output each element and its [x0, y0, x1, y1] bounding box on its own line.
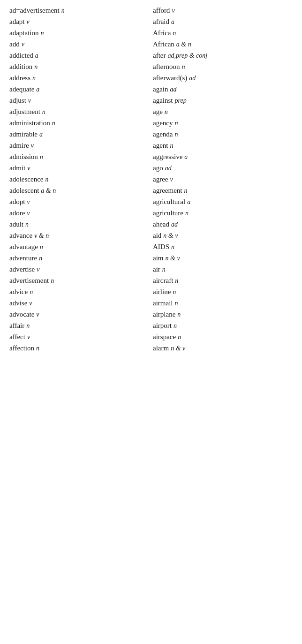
entry-pos: v — [22, 41, 24, 48]
entry-pos: n — [181, 63, 185, 70]
list-item: admitv — [8, 162, 151, 174]
entry-word: afford — [153, 7, 170, 14]
entry-word: adaptation — [9, 29, 38, 37]
entry-pos: v — [170, 176, 173, 183]
list-item: airspacen — [151, 331, 294, 342]
entry-pos: n — [177, 311, 181, 318]
entry-word: afternoon — [153, 63, 180, 70]
entry-word: agriculture — [153, 209, 183, 217]
list-item: ad=advertisementn — [8, 5, 151, 16]
list-item: advocatev — [8, 309, 151, 320]
entry-pos: ad — [165, 165, 172, 172]
list-item: adoptv — [8, 196, 151, 207]
entry-pos: v — [27, 198, 30, 205]
list-item: agoad — [151, 162, 294, 174]
entry-pos: n — [42, 108, 45, 115]
list-item: AIDSn — [151, 241, 294, 252]
entry-word: ad=advertisement — [9, 7, 60, 14]
left-column: ad=advertisementnadaptvadaptationnaddvad… — [8, 5, 151, 354]
list-item: advantagen — [8, 241, 151, 252]
list-item: againad — [151, 83, 294, 95]
entry-pos: v — [31, 142, 34, 149]
entry-word: ago — [153, 164, 163, 172]
entry-pos: n — [39, 255, 42, 262]
entry-word: airport — [153, 322, 172, 329]
entry-word: admission — [9, 153, 38, 160]
list-item: advicen — [8, 286, 151, 297]
entry-pos: n & v — [166, 255, 180, 262]
entry-word: agreement — [153, 187, 182, 194]
entry-pos: n — [40, 243, 43, 250]
entry-word: agricultural — [153, 198, 185, 205]
list-item: afterward(s)ad — [151, 72, 294, 83]
entry-pos: v — [26, 18, 29, 25]
entry-pos: a — [184, 153, 188, 160]
list-item: addressn — [8, 72, 151, 83]
list-item: alarmn & v — [151, 342, 294, 354]
entry-pos: a — [171, 18, 174, 25]
entry-pos: n — [174, 300, 178, 307]
entry-pos: n & v — [163, 232, 178, 239]
list-item: affectv — [8, 331, 151, 342]
entry-pos: v — [29, 300, 32, 307]
entry-pos: n — [40, 30, 44, 37]
entry-pos: n — [32, 75, 36, 82]
list-item: advertisementn — [8, 275, 151, 286]
entry-word: airspace — [153, 333, 176, 341]
entry-word: aim — [153, 254, 164, 262]
entry-pos: n — [175, 277, 178, 284]
entry-pos: prep — [175, 97, 187, 104]
entry-pos: n — [45, 176, 48, 183]
entry-pos: n — [173, 30, 176, 37]
list-item: agreev — [151, 174, 294, 185]
entry-pos: n — [184, 187, 187, 194]
entry-word: adjust — [9, 97, 26, 104]
entry-pos: n — [52, 120, 55, 127]
entry-word: administration — [9, 119, 50, 127]
entry-word: after — [153, 52, 166, 59]
entry-word: age — [153, 108, 163, 115]
entry-pos: n — [174, 120, 178, 127]
list-item: aheadad — [151, 219, 294, 230]
entry-word: affair — [9, 322, 24, 329]
list-item: adjustv — [8, 95, 151, 106]
entry-pos: ad — [171, 221, 178, 228]
dictionary-grid: ad=advertisementnadaptvadaptationnaddvad… — [8, 5, 294, 354]
entry-word: adjustment — [9, 108, 40, 115]
entry-pos: a & n — [41, 187, 56, 194]
entry-word: against — [153, 97, 173, 104]
list-item: African — [151, 27, 294, 38]
entry-word: adopt — [9, 198, 25, 205]
list-item: afternoonn — [151, 61, 294, 72]
entry-pos: n — [174, 131, 178, 138]
entry-word: airmail — [153, 299, 173, 307]
entry-pos: v — [27, 333, 30, 341]
list-item: Africana & n — [151, 38, 294, 50]
entry-pos: ad — [170, 86, 176, 93]
entry-word: adolescence — [9, 175, 43, 183]
list-item: adolescenta & n — [8, 185, 151, 196]
entry-word: adult — [9, 220, 23, 228]
entry-pos: v — [37, 266, 39, 273]
entry-word: addition — [9, 63, 32, 70]
list-item: affordv — [151, 5, 294, 16]
entry-word: admirable — [9, 130, 38, 138]
entry-word: affect — [9, 333, 25, 341]
entry-word: adequate — [9, 85, 34, 93]
list-item: aircraftn — [151, 275, 294, 286]
list-item: adventuren — [8, 252, 151, 264]
list-item: aimn & v — [151, 252, 294, 264]
entry-pos: n — [170, 142, 173, 149]
entry-word: adore — [9, 209, 25, 217]
list-item: adjustmentn — [8, 106, 151, 117]
entry-word: advantage — [9, 243, 38, 250]
list-item: airplanen — [151, 309, 294, 320]
entry-word: agent — [153, 142, 168, 149]
list-item: aggressivea — [151, 151, 294, 162]
list-item: agentn — [151, 140, 294, 151]
list-item: adultn — [8, 219, 151, 230]
entry-word: advocate — [9, 311, 34, 318]
entry-pos: n — [34, 63, 38, 70]
list-item: agriculturala — [151, 196, 294, 207]
entry-pos: n — [174, 322, 177, 329]
